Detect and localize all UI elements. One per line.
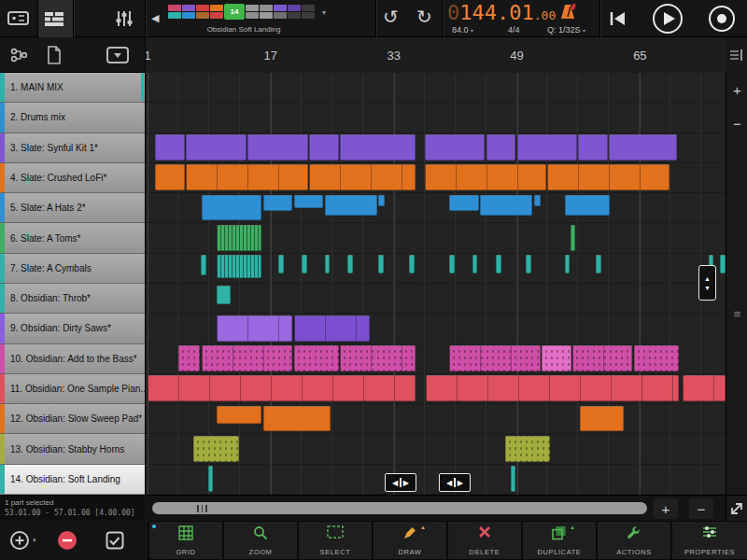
clip[interactable]	[278, 255, 284, 273]
track-row[interactable]: 4. Slate: Crushed LoFi*	[0, 163, 145, 193]
clip[interactable]	[294, 345, 339, 371]
play-button[interactable]	[652, 3, 684, 35]
properties-tool-button[interactable]: PROPERTIES	[672, 522, 747, 559]
clip[interactable]	[505, 436, 550, 462]
clip[interactable]	[217, 406, 261, 424]
zoom-out-vertical-button[interactable]: −	[726, 114, 747, 133]
clip[interactable]	[547, 164, 669, 190]
time-display[interactable]: 0144.01.00	[447, 1, 556, 24]
minimap-cell[interactable]	[260, 12, 273, 19]
tracklist-scrollbar[interactable]	[141, 73, 144, 101]
clip[interactable]	[263, 406, 331, 432]
track-row[interactable]: 13. Obsidian: Stabby Horns	[0, 434, 145, 464]
clip[interactable]	[580, 406, 623, 432]
clip[interactable]	[409, 255, 415, 273]
minimap-cell[interactable]	[288, 5, 301, 11]
clip[interactable]	[449, 255, 455, 273]
clip[interactable]	[155, 134, 185, 161]
scroll-handle-icon[interactable]: ≡	[726, 304, 747, 323]
timesig-value[interactable]: 4/4	[508, 25, 520, 35]
clip[interactable]	[378, 255, 384, 273]
minimap-cell[interactable]	[302, 5, 315, 11]
select-tool-button[interactable]: SELECT	[299, 522, 372, 559]
clip[interactable]	[186, 134, 247, 161]
clip[interactable]	[572, 345, 633, 371]
horizontal-scroll-thumb[interactable]	[152, 502, 647, 514]
clip[interactable]	[609, 134, 677, 161]
zoom-tool-button[interactable]: ZOOM	[224, 522, 297, 559]
minimap-cell[interactable]	[246, 12, 259, 19]
instrument-view-button[interactable]	[0, 0, 37, 37]
clip[interactable]	[480, 195, 532, 216]
duplicate-tool-button[interactable]: ▲ DUPLICATE	[523, 522, 596, 559]
draw-tool-button[interactable]: ▲ DRAW	[374, 522, 446, 559]
clip[interactable]	[634, 345, 679, 371]
clip[interactable]	[449, 345, 541, 371]
minimap-cell[interactable]	[210, 5, 223, 11]
document-icon[interactable]	[47, 46, 62, 64]
clip[interactable]	[202, 195, 262, 221]
minimap-cell[interactable]	[302, 12, 315, 19]
clip[interactable]	[340, 134, 416, 161]
clip[interactable]	[542, 345, 571, 371]
track-fit-icon[interactable]	[728, 47, 745, 63]
minimap-cell[interactable]	[196, 5, 209, 11]
minimap-dropdown-icon[interactable]: ▾	[322, 8, 326, 17]
clip[interactable]	[565, 255, 571, 273]
arrange-view-button[interactable]	[37, 0, 73, 37]
track-row[interactable]: 10. Obsidian: Add to the Bass*	[0, 344, 145, 374]
clip[interactable]	[486, 134, 516, 161]
clip[interactable]	[294, 315, 370, 342]
clip[interactable]	[517, 134, 578, 161]
clip[interactable]	[565, 195, 610, 216]
clip[interactable]	[496, 255, 501, 273]
clip[interactable]	[309, 164, 416, 190]
clip[interactable]	[202, 345, 293, 371]
track-row[interactable]: 2. Drums mix	[0, 103, 145, 133]
grid-tool-button[interactable]: GRID	[149, 522, 222, 559]
track-row[interactable]: 5. Slate: A Hats 2*	[0, 193, 145, 223]
clip[interactable]	[720, 255, 726, 273]
clip[interactable]	[309, 134, 339, 161]
timeline-ruler[interactable]: 117334965	[145, 37, 726, 73]
metronome-icon[interactable]	[558, 3, 577, 21]
clip[interactable]	[294, 195, 324, 208]
minimap-cell[interactable]	[274, 5, 287, 11]
clip[interactable]	[247, 134, 308, 161]
clip[interactable]	[426, 375, 679, 401]
minimap-cell[interactable]	[274, 12, 287, 19]
track-row[interactable]: 9. Obsidian: Dirty Saws*	[0, 314, 145, 343]
clip[interactable]	[578, 134, 608, 161]
track-row[interactable]: 7. Slate: A Cymbals	[0, 254, 145, 284]
minimap[interactable]: 14	[168, 5, 317, 21]
minimap-cell[interactable]	[260, 5, 273, 11]
expand-icon[interactable]	[728, 500, 745, 517]
clip[interactable]	[571, 225, 575, 251]
record-button[interactable]	[708, 5, 736, 33]
minimap-cell[interactable]	[196, 12, 209, 19]
zoom-in-horizontal-button[interactable]: +	[654, 498, 678, 519]
clip[interactable]	[325, 195, 377, 216]
clip[interactable]	[186, 164, 308, 190]
quantize-value[interactable]: Q: 1/32S ▾	[547, 25, 585, 35]
add-part-button[interactable]: ▾	[9, 530, 36, 551]
clip[interactable]	[178, 345, 200, 371]
minimap-cell[interactable]	[168, 5, 181, 11]
track-row[interactable]: 6. Slate: A Toms*	[0, 223, 145, 253]
clip[interactable]	[449, 195, 479, 211]
clip[interactable]	[340, 345, 416, 371]
clip[interactable]	[511, 466, 515, 492]
clip[interactable]	[378, 195, 385, 207]
undo-button[interactable]: ↺	[383, 6, 399, 28]
clip[interactable]	[155, 164, 185, 190]
minimap-cell[interactable]	[210, 12, 223, 19]
clip[interactable]	[425, 164, 547, 190]
clip[interactable]	[193, 436, 238, 462]
minimap-cell[interactable]	[182, 5, 195, 11]
clip[interactable]	[217, 286, 231, 305]
redo-button[interactable]: ↻	[416, 6, 432, 28]
minimap-cell[interactable]	[288, 12, 301, 19]
track-row[interactable]: 3. Slate: Synful Kit 1*	[0, 133, 145, 163]
tempo-value[interactable]: 84.0 ▾	[452, 25, 473, 35]
skip-to-start-icon[interactable]	[609, 10, 633, 27]
